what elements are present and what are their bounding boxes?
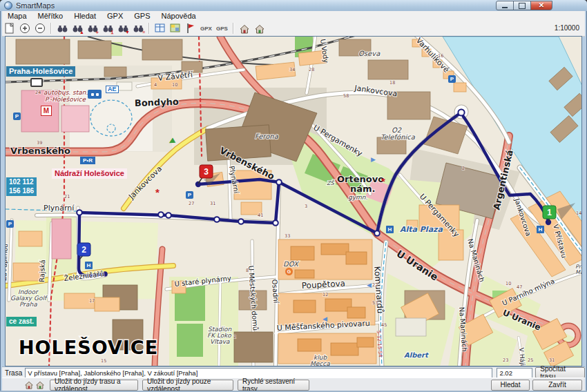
- zoom-out-icon[interactable]: [33, 22, 47, 35]
- house-number: 39: [37, 140, 42, 146]
- smartmaps-window: SmartMaps ✕ Mapa Měřítko Hledat GPX GPS …: [0, 0, 587, 392]
- route-grid-icon[interactable]: [169, 22, 182, 35]
- house-number: 28: [309, 67, 314, 72]
- house-number: 16: [438, 53, 443, 59]
- trasa-label: Trasa: [2, 369, 25, 377]
- house-number: 31: [210, 201, 215, 206]
- zoom-in-icon[interactable]: [18, 22, 32, 35]
- house-number: 25: [528, 357, 533, 363]
- house-number: 15: [101, 358, 106, 364]
- house-number: 10: [506, 281, 511, 286]
- new-map-icon[interactable]: [3, 22, 17, 35]
- search-icon[interactable]: [55, 22, 69, 35]
- place-label: Vltava: [210, 338, 230, 345]
- maximize-icon: [519, 3, 526, 9]
- place-label: Ferona: [255, 133, 279, 140]
- place-label: Praha: [19, 301, 37, 308]
- compute-route-button[interactable]: Spočítat trasu: [535, 367, 585, 378]
- place-label: DOX: [283, 260, 300, 268]
- house-number: 22: [372, 282, 378, 288]
- app-compass-icon: [4, 1, 12, 10]
- place-label: Oseva: [358, 50, 381, 57]
- home-icon[interactable]: [24, 380, 34, 389]
- distance-input[interactable]: 2.02: [497, 368, 532, 378]
- home-alt-icon[interactable]: [35, 380, 45, 389]
- search-button[interactable]: Hledat: [491, 380, 530, 391]
- house-number: 2: [462, 166, 465, 171]
- house-number: 21: [64, 194, 70, 199]
- street-label: Bondyho: [135, 97, 180, 108]
- menu-mapa[interactable]: Mapa: [2, 11, 32, 21]
- action-bar: Uložit do jízdy trasu a vzdálenost Uloži…: [2, 378, 585, 391]
- home-alt-icon[interactable]: [253, 22, 267, 35]
- place-label: Albert: [404, 351, 429, 359]
- minimize-button[interactable]: [496, 1, 514, 10]
- house-number: 24: [35, 90, 41, 95]
- place-label: ZŠ: [327, 179, 334, 186]
- house-number: 58: [343, 93, 349, 99]
- place-label: Mecca: [310, 360, 330, 366]
- route-input[interactable]: V přístavu [Praha], Jablonského [Praha],…: [25, 368, 492, 378]
- place-label: P.-Holešovice: [45, 96, 86, 103]
- gps-button[interactable]: GPS: [214, 26, 230, 32]
- house-number: 10: [172, 82, 177, 88]
- toolbar: ▲ ＋ １ ▼ ≡ GPX GPS 1:10000: [2, 21, 585, 37]
- house-number: 34: [289, 67, 295, 72]
- window-title: SmartMaps: [16, 1, 55, 10]
- map-viewport[interactable]: VrbenskéhoVrbenskéhoBondyhoV ZávětříJank…: [5, 36, 582, 366]
- menu-napoveda[interactable]: Nápověda: [155, 11, 201, 21]
- minimize-icon: [502, 7, 508, 8]
- place-label: Telefónica: [381, 133, 416, 141]
- house-number: 18: [389, 80, 395, 86]
- house-number: 23: [503, 357, 508, 363]
- toolbar-separator: [50, 23, 52, 34]
- map-canvas[interactable]: VrbenskéhoVrbenskéhoBondyhoV ZávětříJank…: [6, 37, 582, 366]
- house-number: 3: [305, 204, 307, 209]
- route-flag-icon[interactable]: [184, 22, 198, 35]
- menu-gps[interactable]: GPS: [128, 11, 155, 21]
- title-bar[interactable]: SmartMaps ✕: [0, 0, 587, 11]
- marker-2-label: 2: [81, 245, 86, 255]
- toolbar-separator: [233, 23, 234, 34]
- place-label: nám.: [350, 184, 376, 194]
- house-number: 45: [381, 322, 387, 328]
- place-label: Ortenovo: [337, 174, 384, 184]
- house-number: 2: [233, 334, 236, 340]
- close-button[interactable]: ✕: [530, 1, 552, 10]
- menu-meritko[interactable]: Měřítko: [32, 11, 69, 21]
- place-label: Alta Plaza: [400, 225, 443, 234]
- place-label: gymn.: [348, 194, 368, 201]
- close-dialog-button[interactable]: Zavřít: [532, 380, 582, 391]
- house-number: 14: [576, 210, 581, 216]
- street-label: Plynární: [44, 204, 75, 213]
- route-table-icon[interactable]: [153, 22, 167, 35]
- house-number: 53: [372, 300, 378, 306]
- marker-3-label: 3: [204, 167, 209, 177]
- home-icon[interactable]: [238, 22, 251, 35]
- house-number: 27: [189, 201, 194, 206]
- save-distance-button[interactable]: Uložit do jízdy pouze vzdálenost: [142, 380, 233, 391]
- house-number: 8: [246, 268, 249, 273]
- route-bar: Trasa V přístavu [Praha], Jablonského [P…: [2, 366, 585, 378]
- menu-gpx[interactable]: GPX: [102, 11, 128, 21]
- search-street-icon[interactable]: ＋: [86, 22, 99, 35]
- house-number: 41: [258, 213, 263, 218]
- gpx-button[interactable]: GPX: [198, 26, 214, 32]
- search-poi-icon[interactable]: ▼: [116, 22, 130, 35]
- maximize-button[interactable]: [513, 1, 531, 10]
- street-label: V Háji: [518, 347, 526, 366]
- place-label: Man: [575, 269, 582, 275]
- place-label: autobus. stan.: [44, 89, 88, 96]
- search-town-icon[interactable]: ▲: [70, 22, 84, 35]
- house-number: 31: [549, 357, 555, 363]
- district-label: HOLEŠOVICE: [19, 337, 158, 358]
- close-icon: ✕: [539, 2, 544, 9]
- map-scale: 1:10000: [555, 24, 579, 32]
- search-coords-icon[interactable]: ≡: [131, 22, 145, 35]
- quick-route-button[interactable]: Rychlé sestavení trasy: [238, 380, 309, 391]
- house-number: 4: [154, 82, 157, 88]
- menu-hledat[interactable]: Hledat: [68, 11, 102, 21]
- save-route-distance-button[interactable]: Uložit do jízdy trasu a vzdálenost: [50, 380, 138, 391]
- house-number: 47: [517, 284, 522, 290]
- search-address-icon[interactable]: １: [101, 22, 115, 35]
